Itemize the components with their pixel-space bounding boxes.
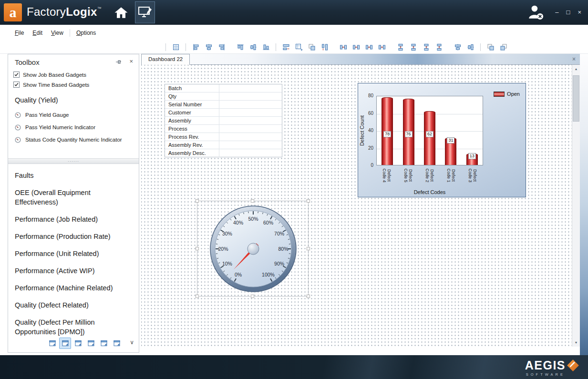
bring-to-front-icon[interactable] xyxy=(486,42,495,51)
gadget-group-button-2-active[interactable] xyxy=(59,338,71,349)
menu-file[interactable]: File xyxy=(10,28,28,38)
resize-handle[interactable] xyxy=(196,295,199,298)
toolbox-category[interactable]: Performance (Unit Related) xyxy=(8,245,139,262)
remove-vertical-spacing-icon[interactable] xyxy=(434,42,444,51)
toolbox-category-quality-yield[interactable]: Quality (Yield) xyxy=(8,90,139,109)
pin-icon[interactable] xyxy=(115,59,122,65)
table-row: Assembly Desc. xyxy=(165,149,282,157)
remove-horizontal-spacing-icon[interactable] xyxy=(377,42,386,51)
factorylogix-logo: a xyxy=(4,3,22,21)
bar-value-label: 62 xyxy=(426,131,433,137)
tab-close-icon[interactable]: × xyxy=(572,56,576,62)
decrease-horizontal-spacing-icon[interactable] xyxy=(364,42,373,51)
gadget-group-button-6[interactable] xyxy=(111,338,123,349)
toolbox-category[interactable]: Performance (Active WIP) xyxy=(8,262,139,279)
toolbox-category[interactable]: Performance (Production Rate) xyxy=(8,228,139,245)
menubar: File Edit View Options xyxy=(0,25,588,41)
filter-show-job-based-gadgets[interactable]: Show Job Based Gadgets xyxy=(8,70,139,80)
dashboard-canvas[interactable]: Batch Qty Serial Number xyxy=(141,65,580,347)
resize-handle[interactable] xyxy=(307,247,310,250)
resize-handle[interactable] xyxy=(251,199,254,203)
toolbox-category[interactable]: Quality (Defect Related) xyxy=(8,297,139,314)
defect-count-bar-chart-gadget[interactable]: Open Defect Count 020406080 7876623113 D… xyxy=(358,83,526,197)
align-rights-icon[interactable] xyxy=(217,42,226,51)
toolbox-category[interactable]: Performance (Machine Related) xyxy=(8,279,139,297)
checkbox-checked-icon[interactable] xyxy=(13,82,20,88)
toolbox-category[interactable]: Faults xyxy=(8,167,139,184)
svg-text:10%: 10% xyxy=(222,261,232,266)
table-row: Assembly Rev. xyxy=(165,141,282,149)
close-icon[interactable]: × xyxy=(578,9,581,16)
dashboard-designer-icon xyxy=(138,6,152,19)
center-horizontally-icon[interactable] xyxy=(453,42,462,51)
gadget-group-button-4[interactable] xyxy=(85,338,97,349)
resize-handle[interactable] xyxy=(251,295,254,298)
align-centers-icon[interactable] xyxy=(204,42,213,51)
make-same-size-icon[interactable] xyxy=(307,42,316,51)
canvas-bottom-strip xyxy=(141,347,580,353)
maximize-icon[interactable]: □ xyxy=(567,9,570,16)
table-row-value xyxy=(219,117,282,124)
align-tops-icon[interactable] xyxy=(236,42,245,51)
make-vertical-spacing-equal-icon[interactable] xyxy=(396,42,405,51)
user-logout-button[interactable] xyxy=(526,4,545,20)
menu-edit[interactable]: Edit xyxy=(28,28,47,38)
gauge-icon xyxy=(15,137,21,143)
table-row: Assembly xyxy=(165,117,282,125)
align-bottoms-icon[interactable] xyxy=(261,42,270,51)
snap-to-grid-icon[interactable] xyxy=(171,42,180,51)
increase-vertical-spacing-icon[interactable] xyxy=(409,42,418,51)
logo-letter: a xyxy=(10,4,17,20)
size-to-grid-icon[interactable] xyxy=(294,42,303,51)
gadget-group-button-5[interactable] xyxy=(98,338,110,349)
toolbox-category[interactable]: Performance (Job Related) xyxy=(8,211,139,228)
window-background-strip xyxy=(580,54,588,355)
toolbox-gadget-item[interactable]: Pass Yield Numeric Indicator xyxy=(8,121,139,133)
menu-options[interactable]: Options xyxy=(72,28,100,38)
gadget-group-button-3[interactable] xyxy=(72,338,84,349)
toolbox-splitter[interactable]: ······ xyxy=(8,158,139,164)
job-info-table-gadget[interactable]: Batch Qty Serial Number xyxy=(165,84,282,157)
toolbox-close-icon[interactable]: × xyxy=(129,58,133,65)
gauge-gadget-selection[interactable]: 0%10%20%30%40%50%60%70%80%90%100% xyxy=(197,201,309,297)
scroll-up-icon[interactable]: ▲ xyxy=(572,65,580,73)
center-vertically-icon[interactable] xyxy=(466,42,475,51)
menu-view[interactable]: View xyxy=(47,28,68,38)
send-to-back-icon[interactable] xyxy=(499,42,508,51)
toolbox-footer: ∨ xyxy=(8,336,139,350)
table-row-label: Assembly Desc. xyxy=(165,149,219,157)
resize-handle[interactable] xyxy=(307,199,310,203)
home-button[interactable] xyxy=(113,6,130,20)
increase-horizontal-spacing-icon[interactable] xyxy=(351,42,361,51)
align-lefts-icon[interactable] xyxy=(191,42,200,51)
dashboard-tabstrip: Dashboard 22 × xyxy=(141,54,580,65)
resize-handle[interactable] xyxy=(307,295,310,298)
resize-handle[interactable] xyxy=(196,199,199,203)
scrollbar-thumb[interactable] xyxy=(573,75,579,122)
gadget-group-button-1[interactable] xyxy=(46,338,58,349)
toolbox-gadget-item[interactable]: Status Code Quantity Numeric Indicator xyxy=(8,133,139,146)
toolbox-gadget-item[interactable]: Pass Yield Gauge xyxy=(8,109,139,121)
chevron-down-icon[interactable]: ∨ xyxy=(130,339,134,346)
make-horizontal-spacing-equal-icon[interactable] xyxy=(339,42,348,51)
resize-handle[interactable] xyxy=(196,247,199,250)
toolbox-category[interactable]: OEE (Overall Equipment Effectiveness) xyxy=(8,184,139,211)
scroll-down-icon[interactable]: ▼ xyxy=(572,338,580,347)
minimize-icon[interactable]: – xyxy=(555,9,558,16)
gauge-icon xyxy=(15,124,21,131)
table-row: Process xyxy=(165,125,282,133)
dashboard-designer-button[interactable] xyxy=(135,1,155,23)
make-same-width-icon[interactable] xyxy=(281,42,290,51)
bar-value-label: 78 xyxy=(383,131,391,137)
chart-x-axis-title: Defect Codes xyxy=(376,189,483,195)
decrease-vertical-spacing-icon[interactable] xyxy=(422,42,431,51)
align-middles-icon[interactable] xyxy=(248,42,258,51)
canvas-vertical-scrollbar[interactable]: ▲ ▼ xyxy=(572,65,580,347)
tab-dashboard-22[interactable]: Dashboard 22 xyxy=(141,54,190,65)
filter-show-time-based-gadgets[interactable]: Show Time Based Gadgets xyxy=(8,80,139,90)
table-row-label: Customer xyxy=(165,109,219,116)
pass-yield-gauge[interactable]: 0%10%20%30%40%50%60%70%80%90%100% xyxy=(207,203,299,295)
checkbox-checked-icon[interactable] xyxy=(13,72,20,78)
svg-text:50%: 50% xyxy=(248,216,258,222)
make-same-height-icon[interactable] xyxy=(320,42,329,51)
